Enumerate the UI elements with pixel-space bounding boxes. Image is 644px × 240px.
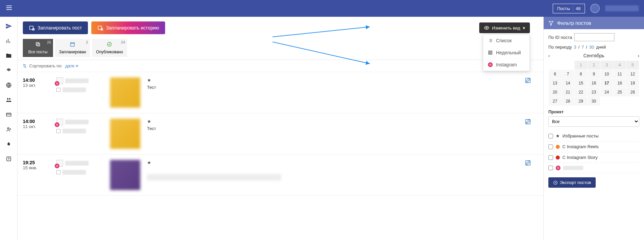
calendar-day[interactable]: 8 [575, 70, 588, 79]
post-star-icon[interactable]: ★ [147, 119, 511, 124]
post-media-thumb[interactable] [110, 160, 140, 190]
account-checkbox[interactable] [548, 166, 553, 170]
filter-fav-row[interactable]: ★ Избранные посты [548, 131, 639, 141]
calendar-day[interactable]: 14 [561, 79, 575, 88]
account-checkbox[interactable] [56, 88, 60, 92]
period-7[interactable]: 7 [582, 45, 584, 50]
reels-checkbox[interactable] [548, 144, 553, 149]
view-option-instagram[interactable]: Instagram [483, 59, 530, 71]
view-option-weekly[interactable]: Недельный [483, 47, 530, 59]
svg-rect-38 [36, 43, 39, 45]
calendar-day[interactable]: 30 [587, 97, 600, 106]
period-3[interactable]: 3 [574, 45, 576, 50]
account-thumb[interactable] [56, 160, 63, 167]
export-button[interactable]: Экспорт постов [548, 177, 596, 188]
nav-card-icon[interactable] [0, 108, 17, 121]
nav-globe-icon[interactable] [0, 78, 17, 92]
calendar-day[interactable]: 5 [626, 61, 639, 70]
hamburger-menu[interactable] [5, 4, 13, 13]
schedule-post-button[interactable]: Запланировать пост [23, 21, 88, 34]
calendar-day[interactable]: 12 [626, 70, 639, 79]
post-star-icon[interactable]: ★ [147, 77, 511, 83]
nav-fire-icon[interactable] [0, 137, 17, 151]
post-time: 19:25 15 янв. [23, 160, 50, 190]
calendar-day[interactable]: 15 [575, 79, 588, 88]
nav-analytics-icon[interactable] [0, 34, 17, 48]
nav-users-icon[interactable] [0, 93, 17, 107]
post-star-icon[interactable]: ★ [147, 160, 511, 165]
calendar-day[interactable]: 29 [575, 97, 588, 106]
reels-dot-icon [556, 145, 560, 149]
posts-count-badge[interactable]: Посты 48 [553, 4, 585, 13]
calendar-day[interactable]: 10 [600, 70, 613, 79]
story-checkbox[interactable] [548, 155, 553, 160]
calendar-day[interactable]: 4 [613, 61, 626, 70]
svg-rect-30 [489, 51, 492, 55]
calendar-day[interactable]: 21 [561, 88, 575, 97]
avatar[interactable] [590, 4, 600, 13]
calendar-day[interactable]: 16 [587, 79, 600, 88]
calendar-day[interactable]: 9 [587, 70, 600, 79]
calendar-day[interactable]: 26 [626, 88, 639, 97]
calendar-day[interactable]: 27 [549, 97, 562, 106]
edit-icon[interactable] [525, 119, 531, 126]
nav-help-icon[interactable] [0, 152, 17, 166]
calendar-day[interactable]: 1 [575, 61, 588, 70]
calendar-day[interactable]: 19 [626, 79, 639, 88]
calendar-day[interactable]: 17 [600, 79, 613, 88]
fav-label: Избранные посты [562, 133, 599, 138]
username[interactable] [605, 5, 639, 11]
calendar-prev[interactable]: ‹ [548, 53, 550, 58]
nav-send-icon[interactable] [0, 19, 17, 33]
project-select[interactable]: Все [548, 116, 639, 127]
edit-icon[interactable] [525, 77, 531, 85]
calendar-next[interactable]: › [638, 53, 639, 58]
post-date-value: 13 окт. [23, 83, 50, 88]
nav-broadcast-icon[interactable] [0, 64, 17, 77]
post-text: Тест [147, 85, 511, 90]
calendar-day[interactable]: 2 [587, 61, 600, 70]
tab-published[interactable]: 24 Опубликовано [92, 39, 127, 57]
view-option-list[interactable]: Список [483, 35, 530, 47]
calendar-day[interactable]: 7 [561, 70, 575, 79]
nav-folder-icon[interactable] [0, 49, 17, 62]
filter-id-input[interactable] [574, 33, 614, 41]
account-checkbox[interactable] [56, 170, 60, 174]
fav-checkbox[interactable] [548, 134, 553, 138]
calendar-day[interactable]: 22 [575, 88, 588, 97]
account-checkbox[interactable] [56, 129, 60, 133]
sort-value[interactable]: дате ≡ [65, 63, 78, 68]
calendar-day[interactable]: 20 [549, 88, 562, 97]
calendar-day[interactable]: 24 [600, 88, 613, 97]
filter-id-label: По ID поста [548, 35, 572, 40]
schedule-story-button[interactable]: Запланировать историю [91, 21, 165, 34]
edit-icon[interactable] [525, 160, 531, 167]
calendar-day[interactable]: 18 [613, 79, 626, 88]
period-30[interactable]: 30 [589, 45, 594, 50]
story-label: С Instagram Story [562, 155, 598, 160]
calendar-day[interactable]: 3 [600, 61, 613, 70]
change-view-button[interactable]: Изменить вид ▾ [479, 22, 530, 33]
post-media-thumb[interactable] [110, 77, 140, 108]
tab-scheduled[interactable]: 2 Запланирован [55, 39, 90, 57]
sort-icon[interactable]: ⇅ [23, 63, 27, 68]
filter-story-row[interactable]: С Instagram Story [548, 152, 639, 163]
calendar-day[interactable]: 28 [561, 97, 575, 106]
svg-point-13 [7, 128, 9, 129]
nav-add-user-icon[interactable] [0, 123, 17, 136]
account-thumb[interactable] [56, 119, 63, 125]
calendar-day[interactable]: 11 [613, 70, 626, 79]
account-thumb[interactable] [56, 77, 63, 84]
post-item: 14:00 13 окт. ★ Тест [17, 72, 543, 113]
tab-label: Все посты [28, 50, 47, 54]
tab-all-posts[interactable]: 26 Все посты [23, 39, 53, 57]
calendar-day[interactable]: 13 [549, 79, 562, 88]
calendar-day[interactable]: 23 [587, 88, 600, 97]
calendar-day[interactable]: 6 [549, 70, 562, 79]
filter-reels-row[interactable]: С Instagram Reels [548, 141, 639, 152]
filter-account-row[interactable] [548, 163, 639, 173]
post-media-thumb[interactable] [110, 119, 140, 149]
post-item: 19:25 15 янв. ★ [17, 155, 543, 196]
calendar-day[interactable]: 25 [613, 88, 626, 97]
copy-icon [35, 42, 41, 48]
